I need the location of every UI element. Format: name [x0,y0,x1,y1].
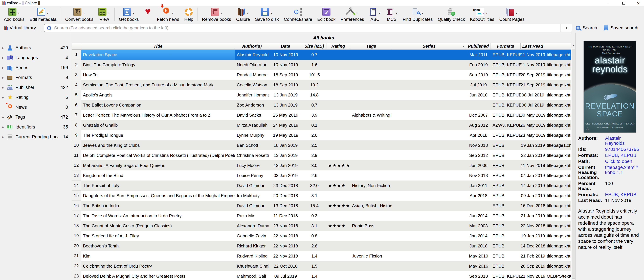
dropdown-arrow-icon[interactable]: ▼ [108,12,110,14]
cell-tags[interactable]: Asian, British, History, ... [350,201,392,211]
dropdown-arrow-icon[interactable]: ▼ [395,12,398,14]
cell-published[interactable]: Jul 2019 [466,80,491,90]
cell-size[interactable]: 0.7 [302,100,326,110]
table-row[interactable]: 9The Prodigal TongueLynne Murphy19 May 2… [72,130,571,140]
toolbar-button-edit-metadata[interactable]: ▼ Edit metadata [27,7,59,22]
column-header-published[interactable]: Published [466,43,491,50]
cell-extra[interactable]: titlepage.xhtm [545,130,571,140]
cell-title[interactable]: The Ballet Lover's Companion [81,100,235,110]
cell-size[interactable]: 32.0 [302,181,326,191]
cell-authors[interactable]: Lynne Murphy [235,130,269,140]
cell-date[interactable]: 22 Oct 2018 [269,261,302,271]
toolbar-button-edit-book[interactable]: Edit book [315,7,338,22]
cell-tags[interactable] [350,130,392,140]
toolbar-button-remove-books[interactable]: ▼ Remove books [200,7,234,22]
cell-title[interactable]: Revelation Space [81,50,235,60]
cell-published[interactable]: May 2016 [466,261,491,271]
sidebar-item-reading-location[interactable]: ▶ Current Reading Location 14 [0,132,71,142]
cell-authors[interactable]: Jennifer Homans [235,90,269,100]
cell-date[interactable]: 13 Dec 2018 [269,201,302,211]
cell-authors[interactable]: Alastair Reynolds [235,50,269,60]
cell-date[interactable]: 20 Dec 2018 [269,191,302,201]
cell-tags[interactable] [350,60,392,70]
cell-date[interactable]: 13 Jan 2019 [269,150,302,160]
sidebar-item-formats[interactable]: ▶ Formats 9 [0,73,71,82]
cell-rating[interactable] [326,231,350,241]
cell-size[interactable]: 2.5 [302,140,326,150]
table-row[interactable]: 4Semicolon: The Past, Present, and Futur… [72,80,571,90]
column-header-extra[interactable] [545,43,571,50]
table-row[interactable]: 2Binti: The Complete TrilogyNnedi Okoraf… [72,60,571,70]
cell-rating[interactable] [326,80,350,90]
cell-num[interactable]: 16 [72,201,81,211]
cell-last_read[interactable]: 22 Nov 2018 [521,221,545,231]
cell-authors[interactable]: Christina Rosetti [235,150,269,160]
cell-tags[interactable] [350,271,392,280]
cell-size[interactable]: 1.4 [302,271,326,280]
cell-last_read[interactable]: 08 Jul 2019 [521,90,545,100]
cell-published[interactable]: Jun 2006 [466,160,491,170]
cell-num[interactable]: 2 [72,60,81,70]
cell-authors[interactable]: Richard Kluger [235,241,269,251]
cell-formats[interactable]: EPUB [491,191,521,201]
cell-formats[interactable]: EPUB [491,211,521,221]
cell-title[interactable]: Beethoven's Tenth [81,241,235,251]
cell-size[interactable]: 1.4 [302,251,326,261]
cell-title[interactable]: Ghazals of Ghalib [81,120,235,130]
cell-series[interactable] [392,70,466,80]
column-header-formats[interactable]: Formats [491,43,521,50]
toolbar-button-abc[interactable]: ▼ ABC [366,7,384,22]
cell-last_read[interactable]: 08 Jul 2019 [521,100,545,110]
table-row[interactable]: 5Apollo's AngelsJennifer Homans13 Jun 20… [72,90,571,100]
cell-num[interactable]: 15 [72,191,81,201]
dropdown-arrow-icon[interactable]: ▼ [18,12,20,14]
cell-extra[interactable]: titlepage.xhtm [545,170,571,181]
cell-num[interactable]: 13 [72,170,81,181]
cell-formats[interactable]: EPUB [491,160,521,170]
cell-series[interactable] [392,50,466,60]
cell-num[interactable]: 21 [72,251,81,261]
cell-published[interactable]: Jan 2014 [466,231,491,241]
cell-date[interactable]: 13 Jun 2019 [269,100,302,110]
cell-extra[interactable]: titlepage.xhtm [545,70,571,80]
cell-series[interactable] [392,100,466,110]
cell-rating[interactable] [326,211,350,221]
cell-tags[interactable] [350,231,392,241]
cell-tags[interactable] [350,241,392,251]
cell-published[interactable] [466,201,491,211]
cell-title[interactable]: How To [81,70,235,80]
cell-extra[interactable]: titlepage.xhtm [545,160,571,170]
toolbar-button-connect-share[interactable]: Connect/share [281,7,315,22]
cell-series[interactable] [392,140,466,150]
cell-published[interactable]: Apr 2018 [466,130,491,140]
cell-date[interactable]: 24 May 2019 [269,120,302,130]
cell-series[interactable] [392,60,466,70]
cell-size[interactable]: 15.4 [302,201,326,211]
cell-series[interactable] [392,191,466,201]
cell-title[interactable]: The Storied Life of A. J. Fikry [81,231,235,241]
table-row[interactable]: 3How ToRandall Munroe18 Sep 2019101.5Sep… [72,70,571,80]
cell-date[interactable]: 23 Dec 2018 [269,181,302,191]
cell-extra[interactable]: titlepage.xhtm [545,231,571,241]
cell-series[interactable] [392,90,466,100]
cell-extra[interactable]: titlepage.xhtm [545,191,571,201]
search-history-dropdown[interactable]: ▼ [560,24,572,32]
cell-series[interactable] [392,170,466,181]
expander-icon[interactable]: ▶ [2,96,7,99]
cell-date[interactable]: 13 Jun 2019 [269,90,302,100]
search-input[interactable] [54,25,560,31]
toolbar-button-save-to-disk[interactable]: ▼ Save to disk [252,7,282,22]
cell-formats[interactable]: EPUB [491,170,521,181]
cell-formats[interactable]: EPUB [491,181,521,191]
cell-published[interactable]: Nov 2018 [466,170,491,181]
toolbar-button-view[interactable]: ▼ View [96,7,113,22]
cell-extra[interactable]: titlepage.xhtm [545,90,571,100]
cell-rating[interactable]: ★★★★★ [326,201,350,211]
cell-authors[interactable]: Ira Mukhoty [235,191,269,201]
cell-size[interactable]: 1.6 [302,60,326,70]
cell-extra[interactable]: titlepage.xhtm [545,211,571,221]
cell-series[interactable] [392,231,466,241]
cell-size[interactable]: 10.2 [302,80,326,90]
cell-rating[interactable] [326,70,350,80]
dropdown-arrow-icon[interactable]: ▼ [270,12,273,14]
